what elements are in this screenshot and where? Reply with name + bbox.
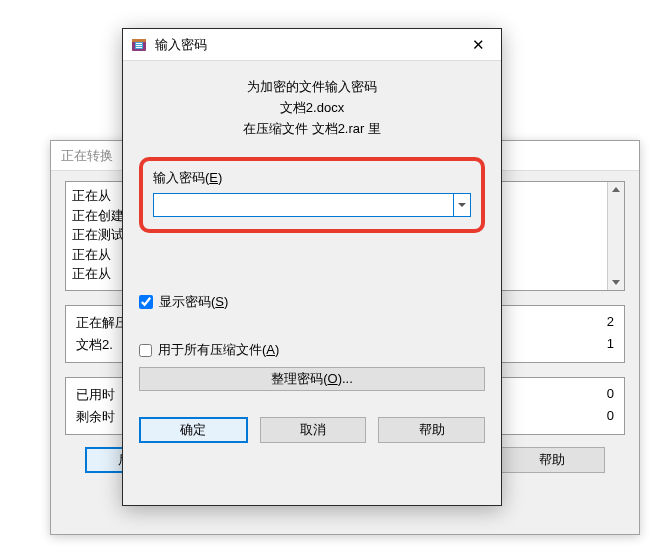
progress-title: 正在转换 — [61, 148, 113, 163]
extract-value: 1 — [607, 336, 614, 354]
header-line: 在压缩文件 文档2.rar 里 — [139, 119, 485, 140]
svg-rect-5 — [136, 47, 142, 48]
password-label: 输入密码(E) — [153, 169, 471, 187]
password-highlight: 输入密码(E) — [139, 157, 485, 233]
winrar-icon — [130, 36, 148, 54]
scrollbar[interactable] — [607, 182, 624, 290]
help-button[interactable]: 帮助 — [498, 447, 605, 473]
elapsed-value: 0 — [607, 386, 614, 404]
password-header: 为加密的文件输入密码 文档2.docx 在压缩文件 文档2.rar 里 — [139, 77, 485, 139]
cancel-button[interactable]: 取消 — [260, 417, 367, 443]
svg-rect-1 — [132, 39, 146, 42]
remaining-value: 0 — [607, 408, 614, 426]
chevron-down-icon[interactable] — [453, 193, 471, 217]
use-all-checkbox[interactable]: 用于所有压缩文件(A) — [139, 341, 485, 359]
password-combobox[interactable] — [153, 193, 471, 217]
organize-passwords-button[interactable]: 整理密码(O)... — [139, 367, 485, 391]
header-line: 为加密的文件输入密码 — [139, 77, 485, 98]
remaining-label: 剩余时 — [76, 408, 115, 426]
extract-file: 文档2. — [76, 336, 113, 354]
header-line: 文档2.docx — [139, 98, 485, 119]
extract-value: 2 — [607, 314, 614, 332]
show-password-checkbox[interactable]: 显示密码(S) — [139, 293, 485, 311]
password-dialog: 输入密码 ✕ 为加密的文件输入密码 文档2.docx 在压缩文件 文档2.rar… — [122, 28, 502, 506]
extract-label: 正在解压 — [76, 314, 128, 332]
show-password-input[interactable] — [139, 295, 153, 309]
elapsed-label: 已用时 — [76, 386, 115, 404]
svg-rect-3 — [136, 43, 142, 44]
ok-button[interactable]: 确定 — [139, 417, 248, 443]
password-title: 输入密码 — [155, 36, 456, 54]
password-titlebar: 输入密码 ✕ — [123, 29, 501, 61]
close-icon[interactable]: ✕ — [456, 29, 501, 61]
password-input[interactable] — [153, 193, 453, 217]
svg-rect-4 — [136, 45, 142, 46]
use-all-input[interactable] — [139, 344, 152, 357]
help-button[interactable]: 帮助 — [378, 417, 485, 443]
